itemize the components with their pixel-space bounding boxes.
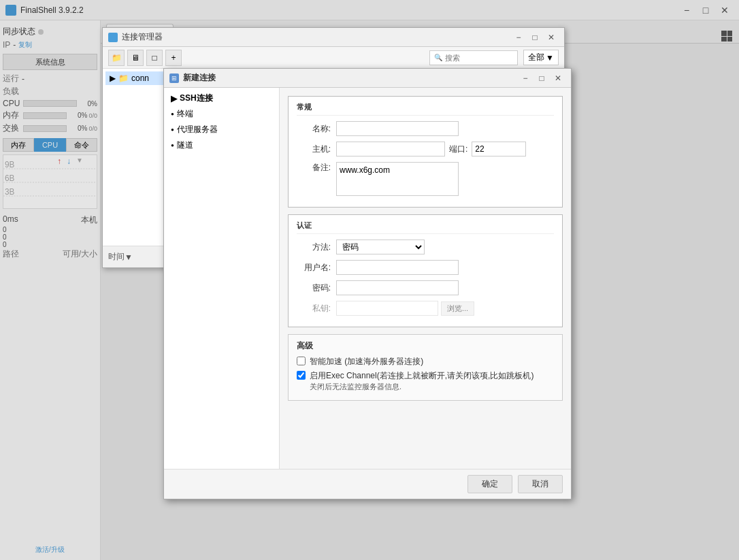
all-button[interactable]: 全部 ▼ bbox=[523, 50, 559, 65]
tree-terminal[interactable]: ● 终端 bbox=[167, 106, 276, 122]
conn-manager-icon bbox=[108, 33, 118, 42]
conn-manager-minimize[interactable]: − bbox=[511, 31, 526, 44]
new-conn-maximize[interactable]: □ bbox=[534, 72, 549, 84]
toolbar-add-btn[interactable]: + bbox=[165, 50, 182, 66]
folder-expand-icon: ▶ bbox=[110, 73, 116, 83]
folder-icon: 📁 bbox=[118, 73, 129, 83]
host-label: 主机: bbox=[297, 144, 331, 155]
privkey-input bbox=[336, 301, 438, 316]
host-input[interactable] bbox=[336, 142, 445, 157]
footer-time-label: 时间 bbox=[108, 251, 125, 263]
toolbar-monitor-btn[interactable]: 🖥 bbox=[127, 50, 144, 66]
search-box: 🔍 bbox=[429, 50, 518, 65]
toolbar-folder-btn[interactable]: 📁 bbox=[108, 50, 125, 66]
username-label: 用户名: bbox=[297, 262, 331, 274]
terminal-label: 终端 bbox=[177, 108, 193, 120]
cancel-button[interactable]: 取消 bbox=[518, 475, 563, 493]
port-input[interactable] bbox=[472, 142, 526, 157]
conn-manager-close[interactable]: ✕ bbox=[544, 31, 559, 44]
note-label: 备注: bbox=[297, 162, 331, 174]
new-conn-title: 新建连接 bbox=[183, 72, 518, 84]
new-conn-controls: − □ ✕ bbox=[518, 72, 565, 84]
port-label: 端口: bbox=[449, 144, 467, 155]
name-label: 名称: bbox=[297, 123, 331, 135]
new-conn-close[interactable]: ✕ bbox=[551, 72, 565, 84]
new-conn-title-bar: ⊞ 新建连接 − □ ✕ bbox=[164, 69, 571, 88]
password-row: 密码: bbox=[297, 280, 554, 295]
dropdown-icon: ▼ bbox=[546, 53, 554, 63]
username-row: 用户名: bbox=[297, 260, 554, 275]
password-input[interactable] bbox=[336, 280, 459, 295]
auth-title: 认证 bbox=[297, 220, 554, 234]
name-row: 名称: bbox=[297, 121, 554, 136]
tree-proxy[interactable]: ● 代理服务器 bbox=[167, 122, 276, 137]
tree-ssh[interactable]: ▶ SSH连接 bbox=[167, 90, 276, 106]
conn-manager-maximize[interactable]: □ bbox=[527, 31, 542, 44]
conn-manager-title-bar: 连接管理器 − □ ✕ bbox=[103, 28, 564, 47]
new-conn-footer: 确定 取消 bbox=[164, 469, 571, 499]
browse-button[interactable]: 浏览... bbox=[441, 301, 474, 316]
note-input[interactable]: www.x6g.com bbox=[336, 162, 459, 196]
host-row: 主机: 端口: bbox=[297, 142, 554, 157]
new-conn-body: ▶ SSH连接 ● 终端 ● 代理服务器 ● 隧道 常规 名称: bbox=[164, 88, 571, 469]
new-conn-form: 常规 名称: 主机: 端口: 备注: www.x6g.com bbox=[280, 88, 571, 469]
method-label: 方法: bbox=[297, 242, 331, 253]
search-input[interactable] bbox=[445, 54, 513, 62]
new-conn-tree: ▶ SSH连接 ● 终端 ● 代理服务器 ● 隧道 bbox=[164, 88, 280, 469]
name-input[interactable] bbox=[336, 121, 459, 136]
smart-accel-label: 智能加速 (加速海外服务器连接) bbox=[310, 356, 423, 367]
smart-accel-row: 智能加速 (加速海外服务器连接) bbox=[297, 356, 554, 367]
method-select[interactable]: 密码 公钥 键盘交互 bbox=[336, 240, 425, 254]
smart-accel-checkbox[interactable] bbox=[297, 357, 306, 365]
ssh-label: SSH连接 bbox=[180, 93, 213, 104]
advanced-title: 高级 bbox=[297, 340, 554, 352]
tree-tunnel[interactable]: ● 隧道 bbox=[167, 137, 276, 153]
conn-manager-title: 连接管理器 bbox=[122, 31, 511, 43]
method-row: 方法: 密码 公钥 键盘交互 bbox=[297, 240, 554, 254]
username-input[interactable] bbox=[336, 260, 459, 275]
advanced-section: 高级 智能加速 (加速海外服务器连接) 启用Exec Channel(若连接上就… bbox=[288, 334, 563, 401]
toolbar-copy-btn[interactable]: □ bbox=[146, 50, 163, 66]
exec-channel-row: 启用Exec Channel(若连接上就被断开,请关闭该项,比如跳板机) 关闭后… bbox=[297, 370, 554, 392]
ssh-expand-icon: ▶ bbox=[171, 94, 177, 103]
terminal-dot: ● bbox=[171, 111, 174, 117]
proxy-label: 代理服务器 bbox=[177, 124, 218, 135]
exec-channel-checkbox[interactable] bbox=[297, 371, 306, 380]
general-section: 常规 名称: 主机: 端口: 备注: www.x6g.com bbox=[288, 96, 563, 208]
exec-channel-label: 启用Exec Channel(若连接上就被断开,请关闭该项,比如跳板机) 关闭后… bbox=[310, 370, 533, 392]
privkey-row: 私钥: 浏览... bbox=[297, 301, 554, 316]
password-label: 密码: bbox=[297, 282, 331, 294]
new-conn-icon: ⊞ bbox=[169, 73, 179, 83]
proxy-dot: ● bbox=[171, 127, 174, 133]
footer-dropdown-icon[interactable]: ▼ bbox=[125, 252, 133, 262]
general-title: 常规 bbox=[297, 102, 554, 116]
auth-section: 认证 方法: 密码 公钥 键盘交互 用户名: 密码: bbox=[288, 214, 563, 327]
new-conn-dialog: ⊞ 新建连接 − □ ✕ ▶ SSH连接 ● 终端 ● 代理服务器 ● 隧道 bbox=[163, 68, 572, 499]
privkey-label: 私钥: bbox=[297, 303, 331, 314]
search-icon: 🔍 bbox=[434, 54, 442, 61]
conn-manager-toolbar: 📁 🖥 □ + 🔍 全部 ▼ bbox=[103, 47, 564, 69]
folder-label: conn bbox=[131, 73, 149, 83]
tunnel-dot: ● bbox=[171, 142, 174, 148]
conn-manager-controls: − □ ✕ bbox=[511, 31, 559, 44]
note-row: 备注: www.x6g.com bbox=[297, 162, 554, 196]
new-conn-minimize[interactable]: − bbox=[518, 72, 533, 84]
ok-button[interactable]: 确定 bbox=[467, 475, 512, 493]
tunnel-label: 隧道 bbox=[177, 139, 193, 151]
